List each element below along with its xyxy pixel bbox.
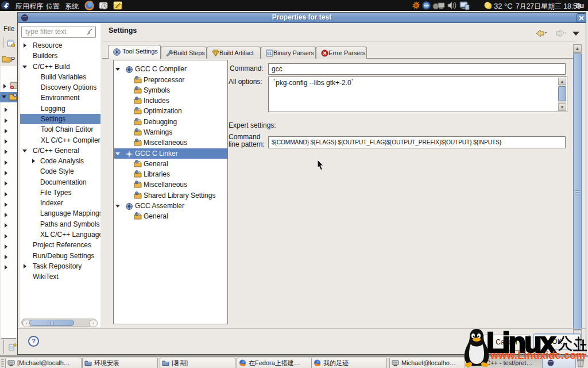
svg-text:01: 01 — [267, 51, 272, 56]
